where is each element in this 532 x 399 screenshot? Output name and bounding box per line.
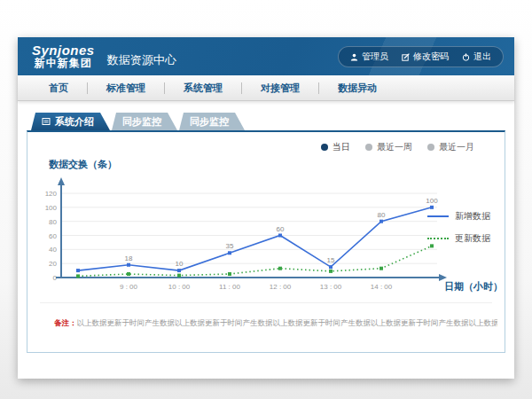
svg-text:12 : 00: 12 : 00 <box>270 283 292 291</box>
page-title: 数据资源中心 <box>107 52 176 68</box>
change-password-label: 修改密码 <box>413 51 449 63</box>
power-icon <box>462 53 470 61</box>
date-range-filter: 当日最近一周最近一月 <box>321 141 474 153</box>
svg-text:10: 10 <box>176 260 184 268</box>
logo: Synjones 新中新集团 <box>32 43 95 68</box>
nav-item-2[interactable]: 标准管理 <box>88 82 164 95</box>
nav-item-3[interactable]: 系统管理 <box>165 82 241 95</box>
svg-text:120: 120 <box>45 190 58 198</box>
radio-option-1[interactable]: 当日 <box>321 141 350 153</box>
legend-item-1: 新增数据 <box>427 210 490 223</box>
legend-label: 新增数据 <box>455 210 490 223</box>
svg-text:100: 100 <box>426 197 438 205</box>
nav-item-4[interactable]: 对接管理 <box>242 82 318 95</box>
change-password-button[interactable]: 修改密码 <box>402 51 449 63</box>
document-icon <box>42 117 51 126</box>
radio-option-2[interactable]: 最近一周 <box>365 141 412 153</box>
svg-text:14 : 00: 14 : 00 <box>371 283 393 291</box>
tab-label: 同步监控 <box>122 115 161 129</box>
y-axis-title: 数据交换（条） <box>49 158 117 171</box>
nav-item-5[interactable]: 数据异动 <box>319 82 395 95</box>
svg-text:9 : 00: 9 : 00 <box>120 283 138 291</box>
radio-label: 当日 <box>332 141 350 153</box>
logout-label: 退出 <box>473 51 491 63</box>
main-nav: 首页标准管理系统管理对接管理数据异动 <box>18 75 514 101</box>
legend-item-2: 更新数据 <box>427 232 490 245</box>
svg-text:11 : 00: 11 : 00 <box>219 283 240 291</box>
radio-label: 最近一周 <box>377 141 412 153</box>
radio-dot-icon <box>321 144 328 151</box>
logo-company-text: 新中新集团 <box>32 58 95 69</box>
edit-icon <box>402 53 410 61</box>
legend-line-sample <box>427 215 449 217</box>
user-toolbar: 管理员 修改密码 退出 <box>338 46 504 67</box>
radio-dot-icon <box>365 144 372 151</box>
user-menu[interactable]: 管理员 <box>350 51 388 63</box>
svg-text:60: 60 <box>49 232 57 240</box>
tab-2[interactable]: 同步监控 <box>112 113 177 130</box>
note-label: 备注： <box>54 318 77 327</box>
radio-option-3[interactable]: 最近一月 <box>427 141 474 153</box>
svg-text:10 : 00: 10 : 00 <box>168 283 191 291</box>
svg-text:80: 80 <box>49 218 57 226</box>
svg-text:80: 80 <box>378 211 386 219</box>
tab-strip: 系统介绍同步监控同步监控 <box>31 113 505 130</box>
note-text: 以上数据更新于时间产生数据以上数据更新于时间产生数据以上数据更新于时间产生数据以… <box>77 318 498 327</box>
svg-text:35: 35 <box>226 242 234 250</box>
svg-text:20: 20 <box>49 260 57 268</box>
tab-3[interactable]: 同步监控 <box>179 113 245 130</box>
logout-button[interactable]: 退出 <box>462 51 491 63</box>
svg-text:40: 40 <box>49 246 57 254</box>
svg-text:18: 18 <box>125 254 133 262</box>
svg-text:13 : 00: 13 : 00 <box>320 283 342 291</box>
radio-label: 最近一月 <box>439 141 474 153</box>
footer-note: 备注：以上数据更新于时间产生数据以上数据更新于时间产生数据以上数据更新于时间产生… <box>54 318 497 329</box>
user-label: 管理员 <box>362 51 388 63</box>
content-area: 系统介绍同步监控同步监控 当日最近一周最近一月 数据交换（条） 02040608… <box>27 100 505 379</box>
svg-text:60: 60 <box>277 225 285 233</box>
user-icon <box>350 53 358 61</box>
svg-text:15: 15 <box>327 256 335 264</box>
legend-label: 更新数据 <box>455 232 490 245</box>
app-window: Synjones 新中新集团 数据资源中心 管理员 修改密码 退出 首页标准管理… <box>18 37 514 379</box>
content-panel: 当日最近一周最近一月 数据交换（条） 0204060801001209 : 00… <box>27 130 505 353</box>
svg-text:日期（小时）: 日期（小时） <box>444 281 499 293</box>
chart-legend: 新增数据更新数据 <box>427 210 490 245</box>
svg-text:100: 100 <box>45 204 58 212</box>
radio-dot-icon <box>427 144 434 151</box>
app-header: Synjones 新中新集团 数据资源中心 管理员 修改密码 退出 <box>18 37 514 75</box>
nav-item-1[interactable]: 首页 <box>30 82 87 95</box>
legend-line-sample <box>427 238 449 239</box>
tab-label: 同步监控 <box>190 115 229 129</box>
footer-divider <box>40 302 492 303</box>
tab-1[interactable]: 系统介绍 <box>31 113 110 130</box>
logo-brand-text: Synjones <box>32 43 95 58</box>
tab-label: 系统介绍 <box>55 115 94 129</box>
